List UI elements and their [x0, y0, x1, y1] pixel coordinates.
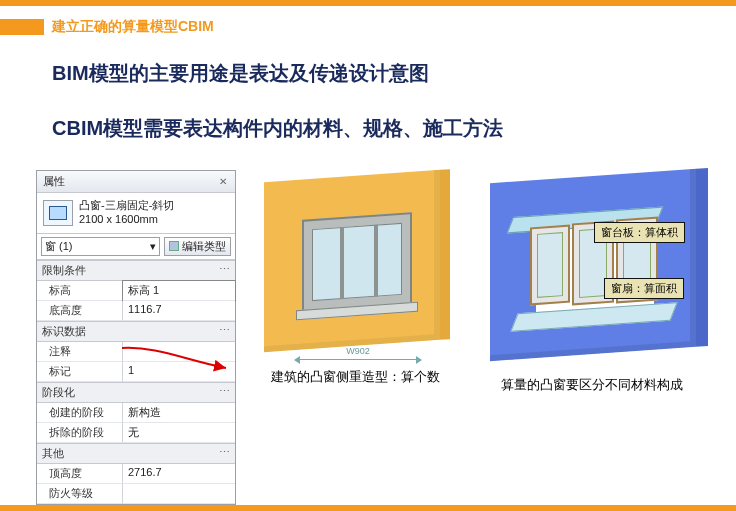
param-sill-height-value[interactable]: 1116.7	[123, 301, 235, 321]
family-thumbnail-icon	[43, 200, 73, 226]
param-level-label: 标高	[37, 281, 123, 301]
param-phase-created-value[interactable]: 新构造	[123, 403, 235, 423]
expand-icon: ⋯	[219, 263, 230, 278]
dimension-width-label: W902	[346, 346, 370, 356]
instance-row: 窗 (1) ▾ 编辑类型	[37, 234, 235, 260]
chevron-down-icon: ▾	[150, 240, 156, 253]
family-selector[interactable]: 凸窗-三扇固定-斜切 2100 x 1600mm	[37, 193, 235, 234]
param-fire-rating[interactable]: 防火等级	[37, 484, 235, 504]
annotation-sash: 窗扇：算面积	[604, 278, 684, 299]
slide-title-bar: 建立正确的算量模型CBIM	[0, 18, 736, 36]
instance-selector[interactable]: 窗 (1) ▾	[41, 237, 160, 256]
expand-icon: ⋯	[219, 446, 230, 461]
figure-bay-window-arch: W902 建筑的凸窗侧重造型：算个数	[250, 170, 460, 386]
title-accent-block	[0, 19, 44, 35]
content-row: 属性 ✕ 凸窗-三扇固定-斜切 2100 x 1600mm 窗 (1) ▾ 编辑…	[36, 170, 736, 505]
figure-bay-window-qty-image: 窗台板：算体积 窗扇：算面积	[474, 170, 710, 370]
param-phase-demolished-value[interactable]: 无	[123, 423, 235, 443]
dimension-width: W902	[298, 359, 418, 360]
param-phase-demolished-label: 拆除的阶段	[37, 423, 123, 443]
param-sill-height-label: 底高度	[37, 301, 123, 321]
expand-icon: ⋯	[219, 385, 230, 400]
param-mark[interactable]: 标记 1	[37, 362, 235, 382]
param-fire-rating-value[interactable]	[123, 484, 235, 504]
heading-secondary: CBIM模型需要表达构件内的材料、规格、施工方法	[52, 115, 736, 142]
edit-type-icon	[169, 241, 179, 251]
group-constraints[interactable]: 限制条件 ⋯	[37, 260, 235, 281]
param-mark-label: 标记	[37, 362, 123, 382]
family-type-label: 凸窗-三扇固定-斜切 2100 x 1600mm	[79, 199, 174, 227]
group-phasing-label: 阶段化	[42, 385, 75, 400]
annotation-board: 窗台板：算体积	[594, 222, 685, 243]
figure-bay-window-qty: 窗台板：算体积 窗扇：算面积 算量的凸窗要区分不同材料构成	[474, 170, 710, 394]
slide-title: 建立正确的算量模型CBIM	[52, 18, 214, 36]
family-type-name: 凸窗-三扇固定-斜切	[79, 199, 174, 213]
param-phase-created[interactable]: 创建的阶段 新构造	[37, 403, 235, 423]
close-icon[interactable]: ✕	[217, 176, 229, 188]
param-comment-label: 注释	[37, 342, 123, 362]
properties-panel-header: 属性 ✕	[37, 171, 235, 193]
edit-type-button[interactable]: 编辑类型	[164, 237, 231, 256]
edit-type-label: 编辑类型	[182, 239, 226, 254]
param-comment-value[interactable]	[123, 342, 235, 362]
properties-panel-title: 属性	[43, 174, 65, 189]
group-constraints-label: 限制条件	[42, 263, 86, 278]
window-sash-icon	[530, 225, 570, 306]
param-fire-rating-label: 防火等级	[37, 484, 123, 504]
group-other-label: 其他	[42, 446, 64, 461]
param-mark-value[interactable]: 1	[123, 362, 235, 382]
param-top-height-value[interactable]: 2716.7	[123, 464, 235, 484]
heading-primary: BIM模型的主要用途是表达及传递设计意图	[52, 60, 736, 87]
expand-icon: ⋯	[219, 324, 230, 339]
param-sill-height[interactable]: 底高度 1116.7	[37, 301, 235, 321]
properties-panel: 属性 ✕ 凸窗-三扇固定-斜切 2100 x 1600mm 窗 (1) ▾ 编辑…	[36, 170, 236, 505]
group-identity-label: 标识数据	[42, 324, 86, 339]
instance-selector-text: 窗 (1)	[45, 239, 73, 254]
param-level-value[interactable]: 标高 1	[123, 281, 235, 301]
figure-bay-window-arch-image: W902	[250, 170, 460, 362]
group-other[interactable]: 其他 ⋯	[37, 443, 235, 464]
figure-qty-caption: 算量的凸窗要区分不同材料构成	[501, 376, 683, 394]
param-top-height[interactable]: 顶高度 2716.7	[37, 464, 235, 484]
param-comment[interactable]: 注释	[37, 342, 235, 362]
param-level[interactable]: 标高 标高 1	[37, 281, 235, 301]
figure-arch-caption: 建筑的凸窗侧重造型：算个数	[271, 368, 440, 386]
param-phase-created-label: 创建的阶段	[37, 403, 123, 423]
group-identity[interactable]: 标识数据 ⋯	[37, 321, 235, 342]
bay-window-icon	[302, 212, 412, 312]
slide: 建立正确的算量模型CBIM BIM模型的主要用途是表达及传递设计意图 CBIM模…	[0, 0, 736, 511]
param-phase-demolished[interactable]: 拆除的阶段 无	[37, 423, 235, 443]
param-top-height-label: 顶高度	[37, 464, 123, 484]
family-size: 2100 x 1600mm	[79, 213, 174, 227]
group-phasing[interactable]: 阶段化 ⋯	[37, 382, 235, 403]
